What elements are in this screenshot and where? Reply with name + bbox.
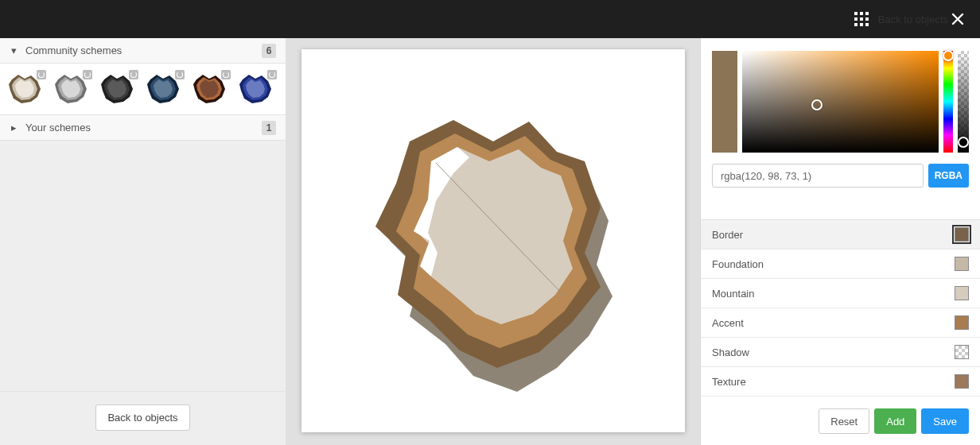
- layer-name: Texture: [712, 376, 955, 388]
- hue-knob[interactable]: [943, 50, 954, 61]
- community-badge-icon: [175, 70, 185, 79]
- community-badge-icon: [129, 70, 138, 79]
- reset-button[interactable]: Reset: [819, 408, 869, 434]
- preview-canvas: [301, 49, 685, 432]
- scheme-thumbnail[interactable]: [142, 68, 186, 108]
- layer-row-texture[interactable]: Texture: [701, 367, 980, 397]
- back-to-objects-group[interactable]: Back to objects: [854, 12, 948, 26]
- layer-row-foundation[interactable]: Foundation: [701, 250, 980, 279]
- color-picker: RGBA: [701, 38, 980, 197]
- layer-name: Foundation: [712, 258, 955, 270]
- back-to-objects-label: Back to objects: [878, 14, 948, 25]
- add-button[interactable]: Add: [874, 408, 916, 434]
- color-editor-panel: RGBA BorderFoundationMountainAccentShado…: [700, 38, 980, 445]
- alpha-slider[interactable]: [958, 51, 969, 153]
- scheme-thumbnail[interactable]: [188, 68, 232, 108]
- community-badge-icon: [37, 70, 46, 79]
- community-schemes-list: [0, 64, 286, 115]
- grid-icon: [854, 12, 869, 26]
- community-badge-icon: [221, 70, 231, 79]
- your-schemes-header[interactable]: ▸ Your schemes 1: [0, 115, 286, 141]
- scheme-thumbnail[interactable]: [95, 68, 140, 108]
- chevron-right-icon: ▸: [10, 122, 18, 134]
- chevron-down-icon: ▾: [10, 44, 18, 56]
- alpha-knob[interactable]: [958, 137, 969, 148]
- layer-name: Border: [712, 229, 955, 241]
- community-badge-icon: [83, 70, 92, 79]
- editor-footer: Reset Add Save: [701, 397, 980, 445]
- layer-swatch: [955, 257, 969, 271]
- preview-area: [286, 38, 700, 445]
- layer-swatch: [955, 315, 969, 330]
- current-color-swatch: [712, 51, 737, 153]
- layer-list: BorderFoundationMountainAccentShadowText…: [701, 219, 980, 397]
- scheme-thumbnail[interactable]: [49, 68, 94, 108]
- scheme-thumbnail[interactable]: [234, 68, 278, 108]
- layer-row-border[interactable]: Border: [701, 220, 980, 250]
- saturation-value-box[interactable]: [742, 51, 939, 153]
- layer-swatch: [955, 227, 969, 242]
- community-schemes-header[interactable]: ▾ Community schemes 6: [0, 38, 286, 64]
- scheme-thumbnail[interactable]: [3, 68, 48, 108]
- layer-swatch: [955, 374, 969, 389]
- color-mode-button[interactable]: RGBA: [928, 164, 969, 188]
- mountain-preview: [334, 82, 652, 400]
- layer-name: Shadow: [712, 346, 955, 358]
- layer-row-accent[interactable]: Accent: [701, 308, 980, 338]
- close-icon[interactable]: [948, 10, 967, 29]
- layer-swatch: [955, 345, 969, 359]
- hue-slider[interactable]: [943, 51, 953, 153]
- save-button[interactable]: Save: [921, 408, 969, 434]
- left-footer: Back to objects: [0, 391, 286, 445]
- sv-cursor[interactable]: [811, 99, 822, 110]
- your-schemes-count: 1: [262, 121, 276, 135]
- layer-row-shadow[interactable]: Shadow: [701, 338, 980, 367]
- community-badge-icon: [267, 70, 277, 79]
- back-to-objects-button[interactable]: Back to objects: [95, 404, 189, 431]
- top-bar: Back to objects: [0, 0, 980, 38]
- layer-name: Mountain: [712, 288, 955, 300]
- layer-name: Accent: [712, 317, 955, 329]
- community-schemes-title: Community schemes: [25, 44, 262, 56]
- community-schemes-count: 6: [262, 44, 276, 58]
- your-schemes-title: Your schemes: [25, 122, 262, 134]
- layer-row-mountain[interactable]: Mountain: [701, 279, 980, 308]
- color-value-input[interactable]: [712, 164, 924, 188]
- layer-swatch: [955, 286, 969, 300]
- schemes-panel: ▾ Community schemes 6: [0, 38, 286, 445]
